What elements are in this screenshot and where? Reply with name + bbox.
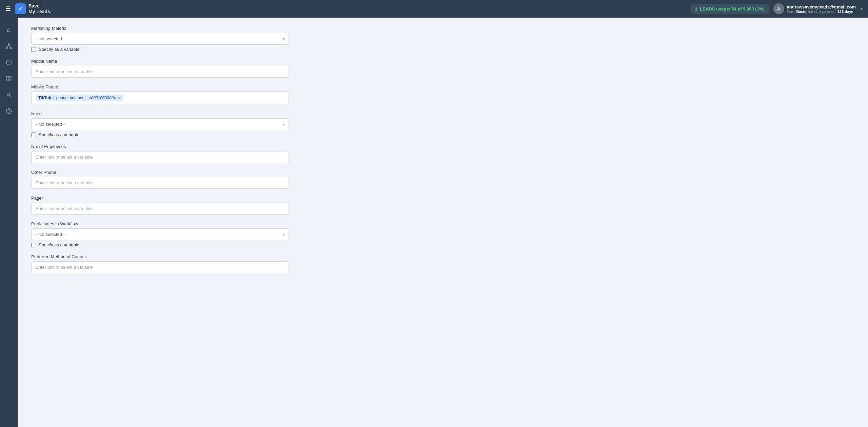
need-group: Need - not selected - ▾ Specify as a var… [31, 111, 289, 137]
svg-rect-9 [9, 76, 11, 78]
tag-field: phone_number: [56, 96, 85, 100]
tag-phone-value: «8001000000» [89, 96, 116, 100]
svg-point-1 [6, 47, 7, 48]
participates-in-workflow-select[interactable]: - not selected - [31, 228, 289, 240]
avatar: A [773, 3, 784, 14]
tag-pipe: | [53, 96, 54, 100]
user-plan: Plan |Basic| left until payment 128 days [787, 9, 856, 14]
menu-icon[interactable]: ☰ [5, 5, 11, 13]
marketing-material-specify-label[interactable]: Specify as a variable [39, 47, 79, 52]
tag-close-icon[interactable]: × [118, 96, 121, 100]
pager-label: Pager [31, 196, 289, 201]
logo-check: ✓ [15, 3, 26, 14]
user-info[interactable]: A andrewsavemyleads@gmail.com Plan |Basi… [773, 3, 863, 14]
need-specify-checkbox[interactable] [31, 133, 36, 137]
participates-in-workflow-group: Participates in Workflow - not selected … [31, 221, 289, 247]
user-chevron-icon: ▾ [861, 6, 863, 11]
usage-text: LEADS usage: 54 of 5'000 (1%) [700, 6, 764, 12]
sidebar-item-tasks[interactable] [2, 72, 16, 85]
need-select-wrapper: - not selected - ▾ [31, 118, 289, 130]
logo: ✓ Save My Leads. [15, 3, 52, 15]
pager-input[interactable] [31, 203, 289, 215]
svg-point-0 [8, 44, 9, 45]
logo-text: Save My Leads. [28, 3, 52, 15]
preferred-method-of-contact-group: Preferred Method of Contact [31, 254, 289, 273]
other-phone-label: Other Phone [31, 170, 289, 175]
main-layout: ⌂ Marketing Material - not selected - [0, 18, 868, 427]
sidebar-item-home[interactable]: ⌂ [2, 23, 16, 37]
sidebar-item-connections[interactable] [2, 39, 16, 53]
sidebar-item-profile[interactable] [2, 88, 16, 102]
preferred-method-of-contact-label: Preferred Method of Contact [31, 254, 289, 259]
middle-name-input[interactable] [31, 66, 289, 78]
need-checkbox-row: Specify as a variable [31, 132, 289, 137]
leads-usage: ℹ LEADS usage: 54 of 5'000 (1%) [690, 4, 769, 14]
svg-line-4 [9, 45, 11, 47]
svg-point-12 [8, 93, 10, 95]
sidebar: ⌂ [0, 18, 18, 427]
svg-point-2 [10, 47, 11, 48]
svg-line-3 [7, 45, 9, 47]
marketing-material-checkbox-row: Specify as a variable [31, 47, 289, 52]
pager-group: Pager [31, 196, 289, 215]
participates-in-workflow-specify-checkbox[interactable] [31, 243, 36, 247]
topbar: ☰ ✓ Save My Leads. ℹ LEADS usage: 54 of … [0, 0, 868, 18]
svg-rect-11 [9, 79, 11, 81]
sidebar-item-billing[interactable] [2, 56, 16, 69]
no-of-employees-group: No. of Employees [31, 144, 289, 163]
participates-in-workflow-specify-label[interactable]: Specify as a variable [39, 242, 79, 247]
need-label: Need [31, 111, 289, 116]
need-specify-label[interactable]: Specify as a variable [39, 132, 79, 137]
form-container: Marketing Material - not selected - ▾ Sp… [31, 26, 289, 273]
content-area: Marketing Material - not selected - ▾ Sp… [18, 18, 868, 427]
no-of-employees-input[interactable] [31, 151, 289, 163]
user-details: andrewsavemyleads@gmail.com Plan |Basic|… [787, 4, 856, 14]
svg-rect-8 [6, 76, 8, 78]
participates-in-workflow-select-wrapper: - not selected - ▾ [31, 228, 289, 240]
no-of-employees-label: No. of Employees [31, 144, 289, 149]
info-icon: ℹ [695, 6, 697, 12]
other-phone-input[interactable] [31, 177, 289, 189]
participates-in-workflow-checkbox-row: Specify as a variable [31, 242, 289, 247]
marketing-material-specify-checkbox[interactable] [31, 47, 36, 52]
need-select[interactable]: - not selected - [31, 118, 289, 130]
mobile-phone-group: Mobile Phone TikTok | phone_number: «800… [31, 84, 289, 104]
other-phone-group: Other Phone [31, 170, 289, 189]
mobile-phone-tag: TikTok | phone_number: «8001000000» × [36, 95, 123, 101]
marketing-material-group: Marketing Material - not selected - ▾ Sp… [31, 26, 289, 52]
svg-rect-10 [6, 79, 8, 81]
marketing-material-select-wrapper: - not selected - ▾ [31, 33, 289, 45]
middle-name-group: Middle Name [31, 59, 289, 78]
marketing-material-label: Marketing Material [31, 26, 289, 31]
tag-source: TikTok [38, 96, 51, 100]
sidebar-item-help[interactable] [2, 104, 16, 118]
svg-point-14 [9, 112, 9, 113]
preferred-method-of-contact-input[interactable] [31, 261, 289, 273]
marketing-material-select[interactable]: - not selected - [31, 33, 289, 45]
participates-in-workflow-label: Participates in Workflow [31, 221, 289, 226]
mobile-phone-tag-input[interactable]: TikTok | phone_number: «8001000000» × [31, 92, 289, 104]
middle-name-label: Middle Name [31, 59, 289, 64]
mobile-phone-label: Mobile Phone [31, 84, 289, 89]
user-email: andrewsavemyleads@gmail.com [787, 4, 856, 9]
